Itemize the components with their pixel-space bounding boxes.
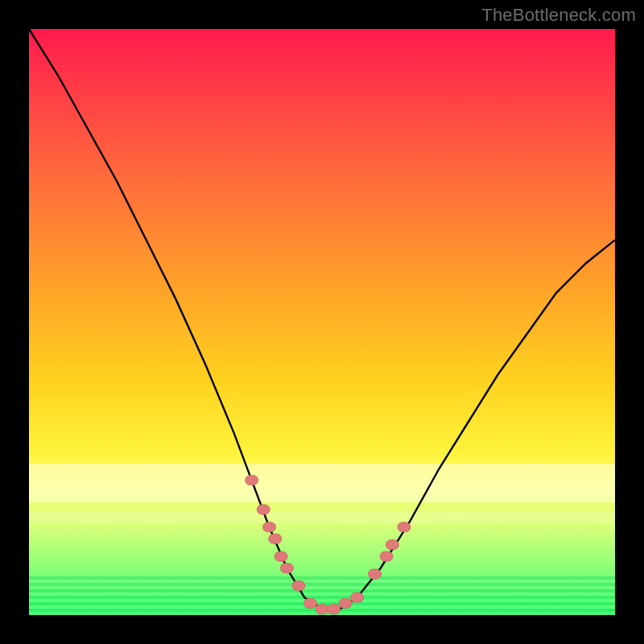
curve-marker: [280, 564, 293, 573]
curve-marker: [380, 551, 393, 561]
bottleneck-curve: [29, 29, 615, 615]
chart-frame: TheBottleneck.com: [0, 0, 644, 644]
curve-marker: [246, 476, 258, 485]
curve-marker: [316, 605, 328, 614]
curve-marker: [257, 505, 270, 514]
curve-marker: [292, 581, 305, 591]
curve-marker: [398, 522, 411, 532]
curve-marker: [369, 569, 382, 579]
curve-marker: [351, 592, 364, 602]
curve-marker: [328, 605, 341, 614]
curve-marker: [303, 598, 316, 608]
curve-marker: [262, 522, 275, 532]
curve-marker: [339, 598, 352, 608]
curve-marker: [275, 551, 287, 561]
watermark-text: TheBottleneck.com: [481, 5, 636, 26]
curve-marker: [386, 540, 398, 550]
plot-area: [29, 29, 615, 615]
curve-marker: [269, 534, 282, 543]
